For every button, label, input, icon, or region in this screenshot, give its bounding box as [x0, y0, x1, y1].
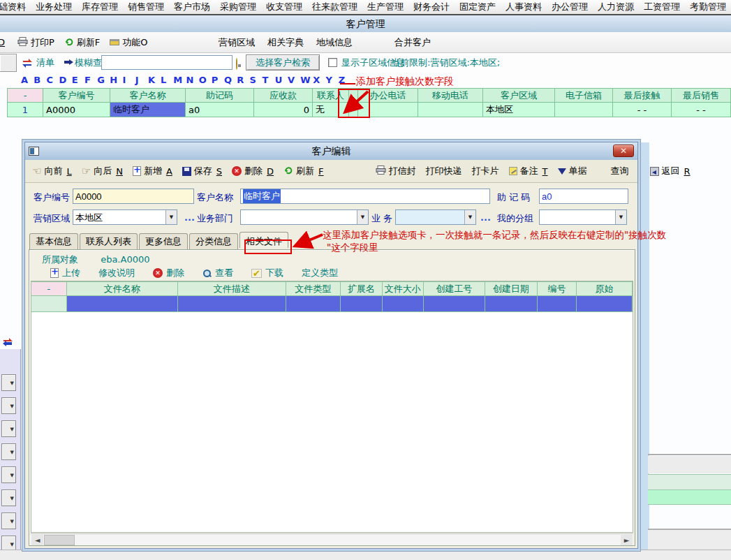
scroll-left-button[interactable]: ◄: [31, 535, 43, 545]
grid-cell[interactable]: 1: [7, 103, 43, 117]
edit-description-button[interactable]: 修改说明: [98, 267, 135, 279]
side-dropdown-button[interactable]: ▼: [1, 513, 16, 529]
sales-region-dropdown[interactable]: 本地区▼: [73, 209, 177, 225]
grid-cell[interactable]: 0: [254, 103, 313, 117]
panel-fragment-button[interactable]: [0, 54, 17, 72]
column-header[interactable]: 文件类型: [286, 281, 341, 296]
alphabet-letter[interactable]: H: [110, 75, 122, 85]
alphabet-letter[interactable]: D: [59, 75, 72, 85]
alphabet-letter[interactable]: K: [148, 75, 161, 85]
alphabet-letter[interactable]: X: [313, 75, 325, 85]
alphabet-letter[interactable]: Y: [326, 75, 339, 85]
salesman-more-button[interactable]: ...: [480, 212, 491, 223]
chevron-down-icon[interactable]: ▼: [357, 210, 368, 224]
column-header[interactable]: 客户区域: [483, 88, 555, 103]
customer-search-button[interactable]: 选择客户检索: [246, 54, 320, 71]
print-card-button[interactable]: 打卡片: [472, 165, 499, 177]
delete-file-button[interactable]: ✕删除: [153, 267, 184, 279]
customer-code-field[interactable]: [73, 189, 194, 204]
side-dropdown-button[interactable]: ▼: [1, 397, 16, 414]
menu-item[interactable]: 财务会计: [408, 1, 455, 13]
column-header[interactable]: 创建日期: [485, 281, 537, 296]
grid-cell[interactable]: [418, 103, 483, 117]
memo-button[interactable]: 备注T: [509, 165, 548, 177]
prev-button[interactable]: ☜向前L: [32, 165, 72, 177]
chevron-down-icon[interactable]: ▼: [464, 210, 475, 224]
menu-item[interactable]: 销售管理: [123, 1, 169, 13]
print-envelope-button[interactable]: 打信封: [376, 165, 416, 177]
my-group-dropdown[interactable]: ▼: [539, 209, 627, 225]
close-button[interactable]: ✕: [613, 145, 634, 157]
column-header[interactable]: 原始: [577, 281, 633, 296]
alphabet-letter[interactable]: Q: [224, 75, 237, 85]
region-more-button[interactable]: ...: [184, 212, 195, 223]
menu-item[interactable]: 往来款管理: [307, 1, 362, 13]
toolbar-link[interactable]: 地域信息: [316, 36, 353, 49]
side-dropdown-button[interactable]: ▼: [1, 420, 16, 437]
file-grid-selected-row[interactable]: [31, 296, 633, 312]
print-express-button[interactable]: 打印快递: [426, 165, 462, 177]
menu-item[interactable]: 收支管理: [261, 1, 307, 13]
refresh-button[interactable]: 刷新F: [283, 165, 323, 177]
alphabet-letter[interactable]: N: [186, 75, 198, 85]
column-header[interactable]: 电子信箱: [555, 88, 613, 103]
refresh-button[interactable]: 刷新F: [64, 36, 100, 49]
menu-item[interactable]: 库存管理: [77, 1, 123, 13]
dialog-title-bar[interactable]: 客户编辑 ✕: [25, 142, 637, 160]
column-header[interactable]: -: [31, 281, 67, 296]
menu-item[interactable]: 固定资产: [455, 1, 501, 13]
print-button[interactable]: 打印P: [17, 36, 54, 49]
menu-item[interactable]: 采购管理: [215, 1, 261, 13]
alphabet-letter[interactable]: W: [300, 75, 313, 85]
view-file-button[interactable]: 查看: [202, 267, 233, 279]
alphabet-letter[interactable]: O: [199, 75, 212, 85]
column-header[interactable]: 移动电话: [418, 88, 483, 103]
side-dropdown-button[interactable]: ▼: [1, 443, 16, 460]
alphabet-letter[interactable]: G: [97, 75, 110, 85]
alphabet-letter[interactable]: C: [46, 75, 59, 85]
upload-button[interactable]: 上传: [50, 267, 80, 279]
side-dropdown-button[interactable]: ▼: [1, 374, 16, 391]
department-dropdown[interactable]: ▼: [240, 209, 369, 225]
horizontal-scrollbar[interactable]: ◄ ►: [31, 533, 633, 545]
menu-item[interactable]: 客户市场: [169, 1, 215, 13]
list-toggle[interactable]: 清单: [36, 57, 54, 69]
menu-item[interactable]: 人力资源: [593, 1, 639, 13]
alphabet-letter[interactable]: V: [288, 75, 300, 85]
chevron-down-icon[interactable]: ▼: [615, 210, 626, 224]
alphabet-letter[interactable]: P: [212, 75, 224, 85]
grid-cell[interactable]: 本地区: [483, 103, 555, 117]
alphabet-letter[interactable]: M: [173, 75, 186, 85]
delete-button[interactable]: ✕删除D: [232, 165, 274, 177]
column-header[interactable]: 应收款: [254, 88, 313, 103]
column-header[interactable]: 编号: [538, 281, 577, 296]
alphabet-letter[interactable]: R: [237, 75, 249, 85]
define-type-button[interactable]: 定义类型: [302, 267, 338, 279]
alphabet-letter[interactable]: T: [263, 75, 275, 85]
column-header[interactable]: 文件描述: [178, 281, 286, 296]
return-button[interactable]: 返回R: [650, 165, 691, 177]
next-button[interactable]: ☞向后N: [82, 165, 123, 177]
dialog-tab[interactable]: 基本信息: [29, 233, 78, 249]
menu-item[interactable]: 办公管理: [547, 1, 593, 13]
column-header[interactable]: 文件名称: [67, 281, 178, 296]
column-header[interactable]: 扩展名: [341, 281, 383, 296]
grid-cell[interactable]: [555, 103, 613, 117]
grid-cell[interactable]: a0: [186, 103, 254, 117]
alphabet-letter[interactable]: F: [84, 75, 97, 85]
dialog-tab[interactable]: 分类信息: [189, 233, 238, 249]
salesman-dropdown[interactable]: ▼: [395, 209, 476, 225]
column-header[interactable]: 最后销售: [672, 88, 731, 103]
column-header[interactable]: -: [7, 88, 43, 103]
menu-item[interactable]: 生产管理: [362, 1, 408, 13]
documents-button[interactable]: 单据: [558, 165, 587, 177]
chevron-down-icon[interactable]: ▼: [165, 210, 177, 224]
toolbar-link[interactable]: 合并客户: [394, 36, 431, 49]
function-button[interactable]: 功能O: [110, 36, 147, 49]
save-button[interactable]: 保存S: [182, 165, 222, 177]
customer-name-field[interactable]: 临时客户: [240, 189, 490, 204]
column-header[interactable]: 创建工号: [424, 281, 486, 296]
alphabet-letter[interactable]: I: [123, 75, 135, 85]
query-button[interactable]: 查询: [611, 165, 629, 177]
grid-cell[interactable]: - -: [613, 103, 672, 117]
